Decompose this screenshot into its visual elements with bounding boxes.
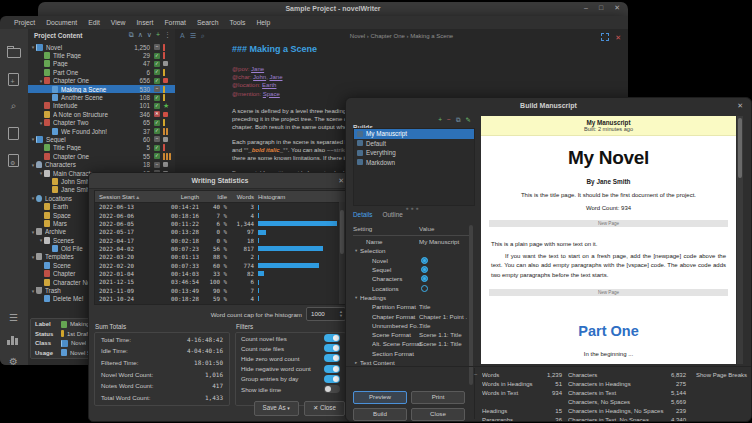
- tree-item[interactable]: A Note on Structure346✕: [28, 110, 175, 118]
- close-icon[interactable]: ✕: [614, 4, 620, 12]
- print-button[interactable]: Print: [411, 391, 465, 404]
- build-item[interactable]: Everything: [354, 148, 474, 158]
- tree-item[interactable]: ▾Sequel60−: [28, 135, 175, 143]
- tree-item[interactable]: Title Page5✓: [28, 144, 175, 152]
- tree-item[interactable]: ▾Chapter Two65✓: [28, 119, 175, 127]
- save-as-button[interactable]: Save As ▾: [254, 401, 299, 416]
- table-header[interactable]: Session Start ▴ Length Idle Words Histog…: [95, 191, 345, 203]
- format-icon[interactable]: A: [180, 32, 185, 40]
- menu-project[interactable]: Project: [14, 19, 35, 26]
- filter-toggle[interactable]: [324, 344, 340, 352]
- close-document-icon[interactable]: ✕: [615, 34, 621, 41]
- preview-button[interactable]: Preview: [353, 391, 407, 404]
- setting-row[interactable]: ▾Headings: [353, 293, 469, 302]
- sessions-table[interactable]: Session Start ▴ Length Idle Words Histog…: [94, 190, 346, 305]
- setting-row[interactable]: Alt. Scene FormatScene 1.1: Title: [353, 339, 469, 348]
- setting-row[interactable]: Characters: [353, 274, 469, 283]
- spin-down-icon[interactable]: ▼: [339, 314, 343, 318]
- setting-row[interactable]: Partition FormatTitle: [353, 302, 469, 311]
- close-icon[interactable]: ✕: [338, 177, 344, 185]
- build-item[interactable]: Markdown: [354, 158, 474, 168]
- col-words[interactable]: Words: [227, 194, 254, 200]
- expander-icon[interactable]: −: [474, 371, 478, 377]
- session-row[interactable]: 2022-06-0500:11:226 %1,344: [95, 220, 345, 228]
- duplicate-build-icon[interactable]: ⧉: [456, 116, 461, 124]
- project-tree-icon[interactable]: [7, 45, 20, 58]
- session-row[interactable]: 2022-06-1300:14:2140 %3: [95, 203, 345, 211]
- settings-scrollbar[interactable]: [469, 225, 473, 385]
- setting-row[interactable]: ▾Selection: [353, 246, 469, 255]
- col-length[interactable]: Length: [151, 194, 199, 200]
- search-icon[interactable]: ⌕: [7, 99, 20, 112]
- menu-help[interactable]: Help: [256, 19, 270, 26]
- build-button[interactable]: Build: [353, 408, 407, 421]
- tree-item[interactable]: ▾Chapter One656✓: [28, 77, 175, 85]
- tab-details[interactable]: Details: [353, 211, 373, 218]
- filter-toggle[interactable]: [324, 365, 340, 373]
- build-item[interactable]: Default: [354, 139, 474, 149]
- setting-row[interactable]: Sequel: [353, 265, 469, 274]
- tree-item[interactable]: Chapter One55✓: [28, 152, 175, 160]
- setting-row[interactable]: Chapter FormatChapter 1: Point ...: [353, 311, 469, 320]
- tree-item[interactable]: We Found John!37✓: [28, 127, 175, 135]
- search-icon[interactable]: ⌕: [201, 32, 205, 40]
- filter-toggle[interactable]: [324, 354, 340, 362]
- preview-scrollbar[interactable]: [737, 116, 743, 364]
- menu-document[interactable]: Document: [46, 19, 77, 26]
- setting-row[interactable]: Novel: [353, 256, 469, 265]
- more-menu-icon[interactable]: ⋮: [164, 31, 171, 39]
- edit-build-icon[interactable]: ✎: [466, 116, 471, 124]
- menu-view[interactable]: View: [111, 19, 126, 26]
- menu-tools[interactable]: Tools: [230, 19, 246, 26]
- close-button[interactable]: ✕ Close: [304, 401, 345, 416]
- build-item[interactable]: My Manuscript: [354, 129, 474, 139]
- setting-row[interactable]: Scene FormatScene 1.1: Title: [353, 330, 469, 339]
- tree-item[interactable]: Interlude101✓★: [28, 102, 175, 110]
- settings-icon[interactable]: ⚙: [7, 355, 20, 365]
- move-up-icon[interactable]: ∧: [138, 31, 143, 39]
- dialog-titlebar[interactable]: Writing Statistics ✕: [89, 173, 351, 189]
- session-row[interactable]: 2021-11-0900:13:4990 %7: [95, 286, 345, 294]
- tree-item[interactable]: Title Page29✓: [28, 51, 175, 59]
- tree-item[interactable]: Page47✓: [28, 60, 175, 68]
- tree-item[interactable]: Another Scene108✓: [28, 93, 175, 101]
- tree-item[interactable]: Part One6✓: [28, 68, 175, 76]
- duplicate-icon[interactable]: ⧉: [129, 31, 134, 39]
- new-document-icon[interactable]: [7, 72, 20, 85]
- outline-icon[interactable]: ☰: [7, 311, 20, 324]
- menu-insert[interactable]: Insert: [136, 19, 153, 26]
- add-item-icon[interactable]: +: [156, 31, 160, 39]
- filter-toggle[interactable]: [324, 375, 340, 383]
- remove-build-icon[interactable]: −: [447, 116, 451, 124]
- maximize-icon[interactable]: □: [599, 4, 603, 12]
- menu-edit[interactable]: Edit: [88, 19, 100, 26]
- close-button[interactable]: Close: [411, 408, 465, 421]
- session-row[interactable]: 2021-10-2400:18:2859 %4: [95, 295, 345, 303]
- selection-radio-icon[interactable]: [421, 257, 428, 264]
- writing-stats-icon[interactable]: [7, 333, 20, 346]
- focus-list-icon[interactable]: ☰: [190, 32, 196, 40]
- session-row[interactable]: 2022-04-1700:02:180 %18: [95, 236, 345, 244]
- menu-format[interactable]: Format: [164, 19, 186, 26]
- session-row[interactable]: 2022-04-0200:07:2356 %817: [95, 245, 345, 253]
- selection-radio-icon[interactable]: [421, 266, 428, 273]
- document-settings-icon[interactable]: [7, 153, 20, 166]
- session-row[interactable]: 2021-12-1503:46:54100 %6: [95, 278, 345, 286]
- manuscript-preview[interactable]: My Manuscript Built: 2 minutes ago My No…: [481, 116, 736, 364]
- minimize-icon[interactable]: –: [584, 4, 588, 12]
- setting-row[interactable]: Locations: [353, 283, 469, 292]
- session-row[interactable]: 2022-05-1700:13:280 %97: [95, 228, 345, 236]
- col-idle[interactable]: Idle: [199, 194, 227, 200]
- tree-item[interactable]: ▾Novel1,250−: [28, 43, 175, 51]
- session-row[interactable]: 2022-01-0400:14:0333 %82: [95, 270, 345, 278]
- setting-row[interactable]: Unnumbered Fo...Title: [353, 321, 469, 330]
- col-histogram[interactable]: Histogram: [258, 194, 337, 200]
- tree-item[interactable]: Making a Scene530−: [28, 85, 175, 93]
- move-down-icon[interactable]: ∨: [147, 31, 152, 39]
- tab-outline[interactable]: Outline: [383, 211, 403, 218]
- tree-item[interactable]: ▾Characters18−: [28, 160, 175, 168]
- document-icon[interactable]: [7, 126, 20, 139]
- setting-row[interactable]: NameMy Manuscript: [353, 237, 469, 246]
- focus-mode-icon[interactable]: [601, 33, 609, 41]
- add-build-icon[interactable]: +: [438, 116, 442, 124]
